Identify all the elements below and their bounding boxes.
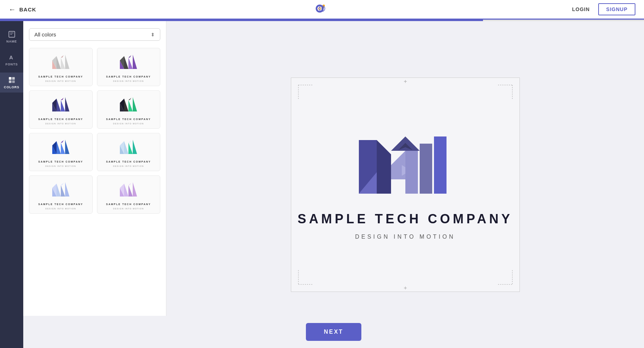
back-arrow-icon: ←: [9, 5, 16, 14]
logo-thumbnail-2: [101, 52, 157, 73]
svg-point-7: [321, 7, 323, 10]
logo-thumbnail-7: [33, 179, 89, 201]
svg-rect-83: [434, 136, 447, 194]
svg-marker-36: [124, 99, 128, 111]
tag-icon: [8, 30, 16, 38]
login-button[interactable]: LOGIN: [568, 4, 594, 15]
logo-card-6-name: SAMPLE TECH COMPANY: [106, 160, 151, 163]
logo-card-7[interactable]: SAMPLE TECH COMPANY DESIGN INTO MOTION: [29, 175, 93, 214]
back-label: BACK: [19, 6, 36, 13]
logo-thumbnail-8: [101, 179, 157, 201]
logo-icon: [313, 2, 331, 15]
svg-text:A: A: [9, 55, 13, 60]
sidebar-item-colors[interactable]: COLORS: [0, 73, 23, 93]
svg-marker-19: [61, 58, 65, 69]
preview-canvas: SAMPLE TECH COMPANY DESIGN INTO MOTION: [291, 78, 520, 292]
svg-rect-81: [405, 151, 418, 194]
svg-marker-21: [61, 55, 64, 58]
logo-card-7-name: SAMPLE TECH COMPANY: [38, 203, 83, 205]
svg-marker-27: [128, 55, 131, 58]
svg-marker-26: [133, 55, 137, 69]
logo-color-grid: SAMPLE TECH COMPANY DESIGN INTO MOTION S…: [29, 48, 160, 214]
preview-tagline: DESIGN INTO MOTION: [355, 234, 455, 240]
svg-marker-60: [124, 184, 128, 197]
logo-thumbnail-6: [101, 137, 157, 158]
svg-rect-15: [12, 80, 14, 83]
logo-card-2[interactable]: SAMPLE TECH COMPANY DESIGN INTO MOTION: [97, 48, 161, 86]
logo-card-3[interactable]: SAMPLE TECH COMPANY DESIGN INTO MOTION: [29, 90, 93, 129]
logo-card-8[interactable]: SAMPLE TECH COMPANY DESIGN INTO MOTION: [97, 175, 161, 214]
svg-marker-49: [128, 143, 133, 154]
back-button[interactable]: ← BACK: [9, 5, 36, 14]
logo-thumbnail-3: [33, 94, 89, 116]
logo-card-5[interactable]: SAMPLE TECH COMPANY DESIGN INTO MOTION: [29, 133, 93, 171]
svg-marker-25: [128, 58, 133, 69]
svg-marker-50: [133, 140, 137, 154]
right-panel: SAMPLE TECH COMPANY DESIGN INTO MOTION: [166, 21, 644, 348]
logo-card-8-sub: DESIGN INTO MOTION: [113, 208, 144, 210]
svg-marker-57: [61, 183, 64, 185]
svg-rect-12: [9, 77, 11, 80]
bottom-bar: NEXT: [23, 316, 644, 348]
svg-marker-44: [65, 140, 69, 154]
logo-card-6-sub: DESIGN INTO MOTION: [113, 165, 144, 167]
app-logo: [313, 2, 331, 16]
logo-card-1-name: SAMPLE TECH COMPANY: [38, 75, 83, 78]
svg-marker-63: [128, 183, 131, 185]
svg-marker-24: [124, 56, 128, 69]
svg-rect-13: [12, 77, 14, 80]
sidebar-name-label: NAME: [6, 40, 17, 43]
svg-marker-55: [61, 185, 65, 197]
logo-card-8-name: SAMPLE TECH COMPANY: [106, 203, 151, 205]
color-filter-label: All colors: [34, 31, 56, 38]
logo-thumbnail-1: [33, 52, 89, 73]
sidebar: NAME A FONTS COLORS: [0, 21, 23, 348]
logo-card-2-name: SAMPLE TECH COMPANY: [106, 75, 151, 78]
logo-card-6[interactable]: SAMPLE TECH COMPANY DESIGN INTO MOTION: [97, 133, 161, 171]
svg-marker-78: [377, 140, 391, 194]
svg-marker-62: [133, 182, 137, 197]
logo-card-3-sub: DESIGN INTO MOTION: [45, 123, 76, 125]
signup-button[interactable]: SIGNUP: [598, 3, 635, 15]
svg-marker-51: [128, 140, 131, 143]
logo-thumbnail-4: [101, 94, 157, 116]
logo-card-5-sub: DESIGN INTO MOTION: [45, 165, 76, 167]
svg-marker-39: [128, 98, 131, 100]
logo-card-7-sub: DESIGN INTO MOTION: [45, 208, 76, 210]
logo-card-4[interactable]: SAMPLE TECH COMPANY DESIGN INTO MOTION: [97, 90, 161, 129]
sidebar-item-name[interactable]: NAME: [0, 27, 23, 47]
svg-marker-45: [61, 140, 64, 143]
svg-rect-14: [9, 80, 11, 83]
svg-marker-32: [65, 97, 69, 111]
chevron-down-icon: ⬍: [151, 32, 155, 38]
svg-marker-30: [57, 99, 61, 111]
sidebar-colors-label: COLORS: [4, 85, 19, 89]
logo-card-1-sub: DESIGN INTO MOTION: [45, 80, 76, 82]
svg-marker-79: [391, 151, 405, 179]
color-filter-dropdown[interactable]: All colors ⬍: [29, 28, 160, 41]
svg-marker-37: [128, 100, 133, 111]
svg-marker-56: [65, 182, 69, 197]
next-button[interactable]: NEXT: [306, 323, 361, 341]
svg-marker-54: [57, 184, 61, 197]
preview-company-name: SAMPLE TECH COMPANY: [298, 212, 513, 227]
svg-marker-33: [61, 98, 64, 100]
svg-marker-18: [57, 56, 61, 69]
logo-card-5-name: SAMPLE TECH COMPANY: [38, 160, 83, 163]
progress-fill: [0, 20, 483, 21]
main-content: All colors ⬍ SAMPLE TECH COMPANY: [23, 21, 644, 348]
progress-bar: [0, 20, 644, 21]
logo-card-4-sub: DESIGN INTO MOTION: [113, 123, 144, 125]
svg-rect-82: [420, 144, 432, 194]
logo-card-1[interactable]: SAMPLE TECH COMPANY DESIGN INTO MOTION: [29, 48, 93, 86]
left-panel: All colors ⬍ SAMPLE TECH COMPANY: [23, 21, 166, 348]
sidebar-item-fonts[interactable]: A FONTS: [0, 50, 23, 70]
logo-card-3-name: SAMPLE TECH COMPANY: [38, 118, 83, 120]
font-icon: A: [8, 53, 16, 61]
logo-card-2-sub: DESIGN INTO MOTION: [113, 80, 144, 82]
preview-logo-svg: [355, 129, 455, 204]
sidebar-fonts-label: FONTS: [5, 63, 18, 66]
logo-thumbnail-5: [33, 137, 89, 158]
svg-marker-61: [128, 185, 133, 197]
svg-marker-48: [124, 141, 128, 154]
